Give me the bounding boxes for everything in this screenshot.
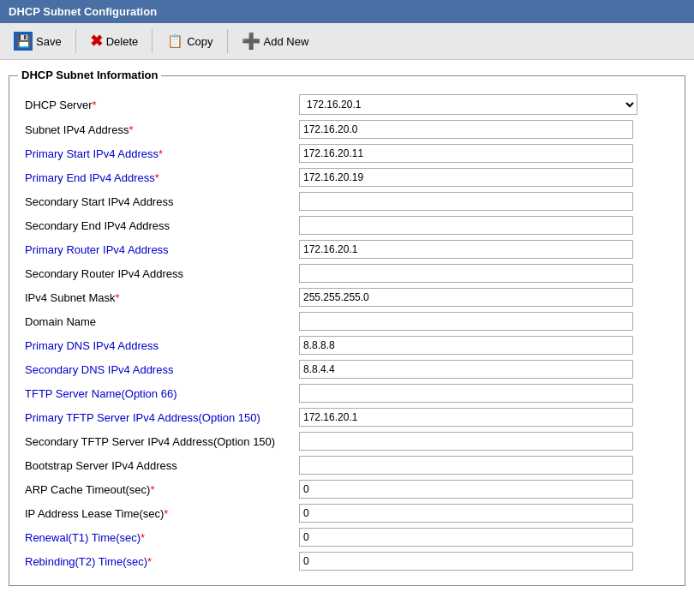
field-input-cell-16 xyxy=(296,477,673,501)
field-input-cell-12 xyxy=(296,381,673,405)
field-input-16[interactable] xyxy=(299,480,633,499)
field-input-6[interactable] xyxy=(299,240,633,259)
table-row: Secondary End IPv4 Address xyxy=(21,213,673,237)
field-label-14: Secondary TFTP Server IPv4 Address(Optio… xyxy=(21,429,296,453)
field-input-cell-3 xyxy=(296,165,673,189)
field-label-5: Secondary End IPv4 Address xyxy=(21,213,296,237)
field-input-19[interactable] xyxy=(299,552,633,571)
table-row: ARP Cache Timeout(sec)* xyxy=(21,477,673,501)
table-row: Bootstrap Server IPv4 Address xyxy=(21,453,673,477)
required-marker: * xyxy=(129,123,133,136)
field-input-cell-9 xyxy=(296,309,673,333)
required-marker: * xyxy=(116,291,120,304)
field-input-cell-7 xyxy=(296,261,673,285)
field-input-cell-18 xyxy=(296,525,673,549)
table-row: Primary End IPv4 Address* xyxy=(21,165,673,189)
field-input-4[interactable] xyxy=(299,192,633,211)
required-marker: * xyxy=(141,531,145,544)
field-input-2[interactable] xyxy=(299,144,633,163)
field-input-cell-13 xyxy=(296,405,673,429)
field-input-cell-4 xyxy=(296,189,673,213)
field-input-cell-19 xyxy=(296,549,673,573)
field-input-18[interactable] xyxy=(299,528,633,547)
addnew-button[interactable]: ➕ Add New xyxy=(235,28,316,54)
field-label-16: ARP Cache Timeout(sec)* xyxy=(21,477,296,501)
addnew-icon: ➕ xyxy=(242,32,260,51)
field-input-11[interactable] xyxy=(299,360,633,379)
table-row: IP Address Lease Time(sec)* xyxy=(21,501,673,525)
field-input-8[interactable] xyxy=(299,288,633,307)
table-row: Primary TFTP Server IPv4 Address(Option … xyxy=(21,405,673,429)
field-label-6: Primary Router IPv4 Address xyxy=(21,237,296,261)
field-label-2: Primary Start IPv4 Address* xyxy=(21,141,296,165)
field-input-9[interactable] xyxy=(299,312,633,331)
field-input-cell-1 xyxy=(296,117,673,141)
table-row: Renewal(T1) Time(sec)* xyxy=(21,525,673,549)
table-row: Primary Router IPv4 Address xyxy=(21,237,673,261)
field-input-13[interactable] xyxy=(299,408,633,427)
field-label-15: Bootstrap Server IPv4 Address xyxy=(21,453,296,477)
field-input-1[interactable] xyxy=(299,120,633,139)
field-input-cell-5 xyxy=(296,213,673,237)
field-label-17: IP Address Lease Time(sec)* xyxy=(21,501,296,525)
field-input-cell-17 xyxy=(296,501,673,525)
table-row: Primary DNS IPv4 Address xyxy=(21,333,673,357)
save-button[interactable]: 💾 Save xyxy=(7,28,69,54)
field-label-13: Primary TFTP Server IPv4 Address(Option … xyxy=(21,405,296,429)
copy-icon: 📋 xyxy=(166,33,183,50)
field-input-cell-2 xyxy=(296,141,673,165)
field-input-12[interactable] xyxy=(299,384,633,403)
field-label-19: Rebinding(T2) Time(sec)* xyxy=(21,549,296,573)
field-label-9: Domain Name xyxy=(21,309,296,333)
delete-button[interactable]: ✖ Delete xyxy=(83,28,146,54)
field-input-5[interactable] xyxy=(299,216,633,235)
form-table: DHCP Server*172.16.20.1Subnet IPv4 Addre… xyxy=(21,92,673,573)
table-row: Primary Start IPv4 Address* xyxy=(21,141,673,165)
delete-icon: ✖ xyxy=(90,32,103,51)
required-marker: * xyxy=(147,555,152,568)
field-input-17[interactable] xyxy=(299,504,633,523)
field-input-cell-15 xyxy=(296,453,673,477)
field-label-12: TFTP Server Name(Option 66) xyxy=(21,381,296,405)
page-title: DHCP Subnet Configuration xyxy=(9,5,157,18)
required-marker: * xyxy=(155,171,159,184)
save-icon: 💾 xyxy=(14,32,33,51)
field-label-3: Primary End IPv4 Address* xyxy=(21,165,296,189)
field-select-0[interactable]: 172.16.20.1 xyxy=(299,94,637,115)
field-input-cell-11 xyxy=(296,357,673,381)
field-input-3[interactable] xyxy=(299,168,633,187)
field-input-10[interactable] xyxy=(299,336,633,355)
field-label-7: Secondary Router IPv4 Address xyxy=(21,261,296,285)
field-label-8: IPv4 Subnet Mask* xyxy=(21,285,296,309)
toolbar: 💾 Save ✖ Delete 📋 Copy ➕ Add New xyxy=(0,23,694,60)
table-row: DHCP Server*172.16.20.1 xyxy=(21,92,673,117)
copy-button[interactable]: 📋 Copy xyxy=(159,29,219,53)
field-label-0: DHCP Server* xyxy=(21,92,296,117)
table-row: Secondary Router IPv4 Address xyxy=(21,261,673,285)
table-row: Secondary Start IPv4 Address xyxy=(21,189,673,213)
field-input-15[interactable] xyxy=(299,456,633,475)
table-row: IPv4 Subnet Mask* xyxy=(21,285,673,309)
field-label-18: Renewal(T1) Time(sec)* xyxy=(21,525,296,549)
table-row: TFTP Server Name(Option 66) xyxy=(21,381,673,405)
section-dhcp-subnet: DHCP Subnet Information DHCP Server*172.… xyxy=(9,75,685,586)
copy-label: Copy xyxy=(187,35,212,48)
table-row: Domain Name xyxy=(21,309,673,333)
field-label-10: Primary DNS IPv4 Address xyxy=(21,333,296,357)
table-row: Subnet IPv4 Address* xyxy=(21,117,673,141)
required-marker: * xyxy=(159,147,163,160)
field-input-cell-8 xyxy=(296,285,673,309)
required-marker: * xyxy=(93,99,97,111)
field-input-7[interactable] xyxy=(299,264,633,283)
field-label-4: Secondary Start IPv4 Address xyxy=(21,189,296,213)
delete-label: Delete xyxy=(106,35,139,48)
required-marker: * xyxy=(164,507,168,520)
table-row: Rebinding(T2) Time(sec)* xyxy=(21,549,673,573)
field-input-14[interactable] xyxy=(299,432,633,451)
required-marker: * xyxy=(150,483,154,496)
field-input-cell-14 xyxy=(296,429,673,453)
field-label-11: Secondary DNS IPv4 Address xyxy=(21,357,296,381)
table-row: Secondary DNS IPv4 Address xyxy=(21,357,673,381)
field-input-cell-6 xyxy=(296,237,673,261)
title-bar: DHCP Subnet Configuration xyxy=(0,0,694,23)
